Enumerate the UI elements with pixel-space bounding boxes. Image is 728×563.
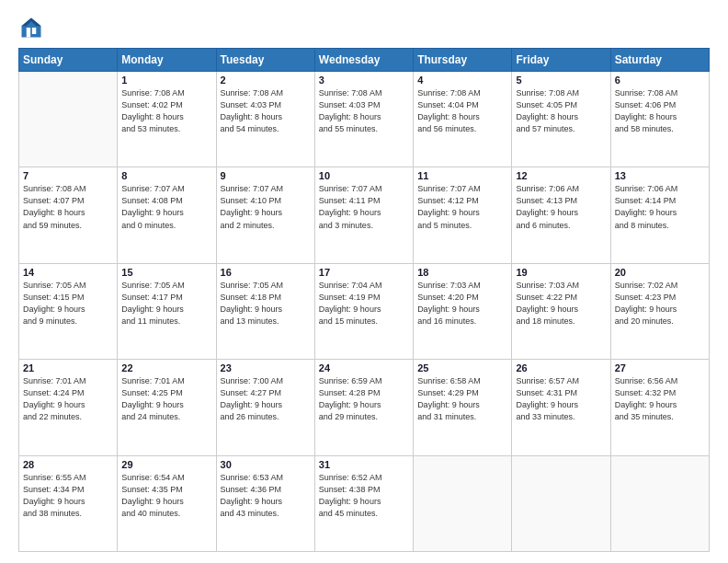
day-info: Sunrise: 7:06 AMSunset: 4:13 PMDaylight:… — [516, 183, 606, 231]
day-info: Sunrise: 7:07 AMSunset: 4:12 PMDaylight:… — [417, 183, 507, 231]
day-number: 17 — [319, 267, 409, 278]
day-number: 29 — [121, 459, 211, 470]
day-info: Sunrise: 7:05 AMSunset: 4:15 PMDaylight:… — [23, 280, 113, 327]
calendar-day-cell: 31Sunrise: 6:52 AMSunset: 4:38 PMDayligh… — [314, 455, 413, 551]
day-number: 14 — [23, 267, 113, 278]
calendar-day-cell: 27Sunrise: 6:56 AMSunset: 4:32 PMDayligh… — [610, 360, 709, 455]
day-info: Sunrise: 7:00 AMSunset: 4:27 PMDaylight:… — [221, 375, 311, 423]
calendar-day-cell: 5Sunrise: 7:08 AMSunset: 4:05 PMDaylight… — [512, 72, 610, 167]
day-info: Sunrise: 6:55 AMSunset: 4:34 PMDaylight:… — [23, 472, 113, 520]
weekday-header: Sunday — [19, 49, 118, 72]
calendar-day-cell: 6Sunrise: 7:08 AMSunset: 4:06 PMDaylight… — [610, 72, 709, 167]
svg-rect-2 — [27, 28, 30, 38]
day-number: 12 — [516, 170, 606, 181]
calendar-week-row: 1Sunrise: 7:08 AMSunset: 4:02 PMDaylight… — [19, 72, 710, 167]
day-info: Sunrise: 7:06 AMSunset: 4:14 PMDaylight:… — [615, 183, 705, 231]
day-info: Sunrise: 7:08 AMSunset: 4:04 PMDaylight:… — [417, 87, 507, 135]
day-info: Sunrise: 7:02 AMSunset: 4:23 PMDaylight:… — [615, 280, 705, 327]
calendar-day-cell: 25Sunrise: 6:58 AMSunset: 4:29 PMDayligh… — [414, 360, 512, 455]
day-info: Sunrise: 7:08 AMSunset: 4:06 PMDaylight:… — [615, 87, 705, 135]
calendar-day-cell — [512, 455, 610, 551]
calendar-day-cell — [19, 72, 118, 167]
day-number: 24 — [319, 362, 409, 373]
calendar-day-cell: 9Sunrise: 7:07 AMSunset: 4:10 PMDaylight… — [216, 167, 314, 263]
calendar-day-cell: 28Sunrise: 6:55 AMSunset: 4:34 PMDayligh… — [19, 455, 118, 551]
weekday-header: Saturday — [610, 49, 709, 72]
day-number: 9 — [221, 170, 311, 181]
day-number: 13 — [615, 170, 705, 181]
day-info: Sunrise: 6:58 AMSunset: 4:29 PMDaylight:… — [417, 375, 507, 423]
day-number: 27 — [615, 362, 705, 373]
day-number: 28 — [23, 459, 113, 470]
day-info: Sunrise: 7:08 AMSunset: 4:02 PMDaylight:… — [121, 87, 211, 135]
calendar-week-row: 14Sunrise: 7:05 AMSunset: 4:15 PMDayligh… — [19, 263, 710, 359]
day-info: Sunrise: 6:57 AMSunset: 4:31 PMDaylight:… — [516, 375, 606, 423]
calendar-day-cell: 20Sunrise: 7:02 AMSunset: 4:23 PMDayligh… — [610, 263, 709, 359]
calendar-table: SundayMondayTuesdayWednesdayThursdayFrid… — [18, 48, 710, 552]
logo — [18, 15, 48, 40]
day-number: 23 — [221, 362, 311, 373]
day-info: Sunrise: 6:56 AMSunset: 4:32 PMDaylight:… — [615, 375, 705, 423]
day-number: 5 — [516, 75, 606, 86]
day-number: 7 — [23, 170, 113, 181]
day-number: 16 — [221, 267, 311, 278]
day-number: 6 — [615, 75, 705, 86]
day-info: Sunrise: 7:07 AMSunset: 4:08 PMDaylight:… — [121, 183, 211, 231]
calendar-day-cell: 11Sunrise: 7:07 AMSunset: 4:12 PMDayligh… — [414, 167, 512, 263]
day-number: 31 — [319, 459, 409, 470]
day-number: 26 — [516, 362, 606, 373]
day-info: Sunrise: 6:54 AMSunset: 4:35 PMDaylight:… — [121, 472, 211, 520]
calendar-day-cell: 7Sunrise: 7:08 AMSunset: 4:07 PMDaylight… — [19, 167, 118, 263]
calendar-day-cell: 13Sunrise: 7:06 AMSunset: 4:14 PMDayligh… — [610, 167, 709, 263]
day-info: Sunrise: 7:07 AMSunset: 4:10 PMDaylight:… — [221, 183, 311, 231]
weekday-header: Friday — [512, 49, 610, 72]
day-number: 25 — [417, 362, 507, 373]
day-info: Sunrise: 6:52 AMSunset: 4:38 PMDaylight:… — [319, 472, 409, 520]
calendar-day-cell: 10Sunrise: 7:07 AMSunset: 4:11 PMDayligh… — [314, 167, 413, 263]
day-number: 15 — [121, 267, 211, 278]
day-number: 20 — [615, 267, 705, 278]
calendar-day-cell — [414, 455, 512, 551]
day-number: 3 — [319, 75, 409, 86]
calendar-week-row: 7Sunrise: 7:08 AMSunset: 4:07 PMDaylight… — [19, 167, 710, 263]
calendar-day-cell: 30Sunrise: 6:53 AMSunset: 4:36 PMDayligh… — [216, 455, 314, 551]
day-info: Sunrise: 7:01 AMSunset: 4:24 PMDaylight:… — [23, 375, 113, 423]
calendar-day-cell: 3Sunrise: 7:08 AMSunset: 4:03 PMDaylight… — [314, 72, 413, 167]
calendar-day-cell: 21Sunrise: 7:01 AMSunset: 4:24 PMDayligh… — [19, 360, 118, 455]
day-info: Sunrise: 7:03 AMSunset: 4:22 PMDaylight:… — [516, 280, 606, 327]
day-info: Sunrise: 7:08 AMSunset: 4:03 PMDaylight:… — [319, 87, 409, 135]
calendar-day-cell: 1Sunrise: 7:08 AMSunset: 4:02 PMDaylight… — [118, 72, 216, 167]
weekday-header: Thursday — [414, 49, 512, 72]
calendar-day-cell: 18Sunrise: 7:03 AMSunset: 4:20 PMDayligh… — [414, 263, 512, 359]
calendar-day-cell: 26Sunrise: 6:57 AMSunset: 4:31 PMDayligh… — [512, 360, 610, 455]
day-number: 11 — [417, 170, 507, 181]
calendar-day-cell: 14Sunrise: 7:05 AMSunset: 4:15 PMDayligh… — [19, 263, 118, 359]
day-number: 22 — [121, 362, 211, 373]
weekday-header: Wednesday — [314, 49, 413, 72]
day-number: 30 — [221, 459, 311, 470]
day-number: 8 — [121, 170, 211, 181]
day-number: 2 — [221, 75, 311, 86]
calendar-day-cell: 22Sunrise: 7:01 AMSunset: 4:25 PMDayligh… — [118, 360, 216, 455]
header — [18, 15, 710, 40]
calendar-day-cell: 24Sunrise: 6:59 AMSunset: 4:28 PMDayligh… — [314, 360, 413, 455]
calendar-day-cell: 29Sunrise: 6:54 AMSunset: 4:35 PMDayligh… — [118, 455, 216, 551]
calendar-day-cell: 2Sunrise: 7:08 AMSunset: 4:03 PMDaylight… — [216, 72, 314, 167]
calendar-week-row: 21Sunrise: 7:01 AMSunset: 4:24 PMDayligh… — [19, 360, 710, 455]
calendar-day-cell: 16Sunrise: 7:05 AMSunset: 4:18 PMDayligh… — [216, 263, 314, 359]
day-info: Sunrise: 6:53 AMSunset: 4:36 PMDaylight:… — [221, 472, 311, 520]
calendar-day-cell: 8Sunrise: 7:07 AMSunset: 4:08 PMDaylight… — [118, 167, 216, 263]
day-info: Sunrise: 7:08 AMSunset: 4:07 PMDaylight:… — [23, 183, 113, 231]
day-number: 21 — [23, 362, 113, 373]
page: SundayMondayTuesdayWednesdayThursdayFrid… — [0, 0, 728, 563]
svg-rect-3 — [32, 28, 36, 34]
day-info: Sunrise: 7:03 AMSunset: 4:20 PMDaylight:… — [417, 280, 507, 327]
day-info: Sunrise: 7:05 AMSunset: 4:17 PMDaylight:… — [121, 280, 211, 327]
weekday-header: Monday — [118, 49, 216, 72]
logo-icon — [18, 15, 44, 40]
calendar-day-cell: 15Sunrise: 7:05 AMSunset: 4:17 PMDayligh… — [118, 263, 216, 359]
calendar-day-cell: 17Sunrise: 7:04 AMSunset: 4:19 PMDayligh… — [314, 263, 413, 359]
day-info: Sunrise: 7:05 AMSunset: 4:18 PMDaylight:… — [221, 280, 311, 327]
day-number: 18 — [417, 267, 507, 278]
day-info: Sunrise: 7:04 AMSunset: 4:19 PMDaylight:… — [319, 280, 409, 327]
